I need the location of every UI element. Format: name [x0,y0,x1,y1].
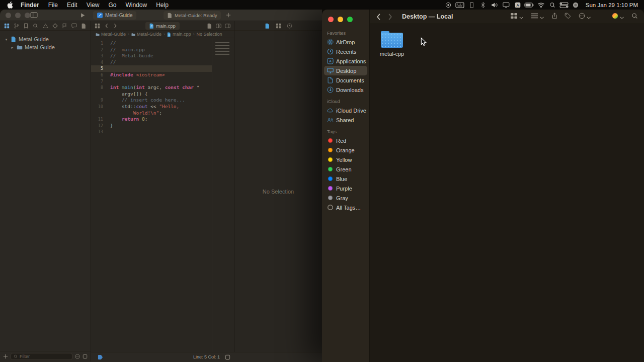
menu-finder[interactable]: Finder [16,2,44,9]
xcode-project-tab[interactable]: Metal-Guide [93,11,136,20]
line-number[interactable]: 8 [91,84,106,91]
navigator-tab-diamond-icon[interactable] [52,23,58,29]
line-number[interactable]: 3 [91,53,106,59]
line-number[interactable]: 4 [91,59,106,66]
zoom-button[interactable] [347,17,353,22]
add-file-button[interactable] [3,354,8,359]
line-number[interactable] [91,110,106,117]
sidebar-item-yellow[interactable]: Yellow [324,155,367,164]
file-item-metal-cpp[interactable]: metal-cpp [374,31,410,57]
xcode-window-controls[interactable] [6,13,30,18]
editor-tab-main-cpp[interactable]: C main.cpp [145,22,180,30]
navigator-tab-warning-icon[interactable] [43,23,48,29]
input-source-icon[interactable]: A [512,1,524,9]
more-circle-button[interactable] [579,12,591,21]
sidebar-item-blue[interactable]: Blue [324,174,367,184]
close-button[interactable] [328,17,334,22]
sidebar-item-gray[interactable]: Gray [324,193,367,203]
doc-icon[interactable] [265,23,270,29]
sidebar-item-airdrop[interactable]: AirDrop [324,37,367,47]
tag-button[interactable] [565,12,571,21]
menu-file[interactable]: File [44,2,62,9]
sidebar-item-documents[interactable]: Documents [324,75,367,85]
sidebar-item-orange[interactable]: Orange [324,145,367,155]
editor-grid-icon[interactable] [95,23,100,29]
disclosure-icon[interactable]: ▸ [10,45,15,50]
navigator-tab-bubble-icon[interactable] [71,23,77,29]
line-number[interactable]: 1 [91,40,106,47]
forward-icon[interactable] [113,23,118,29]
sidebar-item-purple[interactable]: Purple [324,184,367,193]
menu-edit[interactable]: Edit [62,2,82,9]
sidebar-item-shared[interactable]: Shared [324,115,367,125]
list-view-button[interactable] [531,12,544,21]
breakpoints-icon[interactable] [98,354,103,360]
iphone-icon[interactable] [466,1,477,9]
menu-window[interactable]: Window [121,2,152,9]
navigator-tab-flag-icon[interactable] [62,23,67,29]
menu-go[interactable]: Go [104,2,121,9]
finder-window-controls[interactable] [322,15,369,26]
menu-bar-clock[interactable]: Sun Jan 29 1:10 PM [586,2,638,8]
sidebar-item-desktop[interactable]: Desktop [324,66,367,75]
close-button[interactable] [6,13,11,18]
display-icon[interactable] [501,1,512,9]
breadcrumb-metal-guide[interactable]: Metal-Guide [131,32,162,37]
jump-bar[interactable]: Metal-Guide›Metal-Guide›Cmain.cpp›No Sel… [91,31,234,38]
menu-help[interactable]: Help [151,2,173,9]
search-icon[interactable] [547,1,558,9]
extensions-button[interactable] [612,12,624,21]
bluetooth-icon[interactable] [477,1,489,9]
navigator-tab-doc-icon[interactable] [81,23,87,29]
grid-icon[interactable] [276,23,281,29]
back-icon[interactable] [104,23,109,29]
battery-icon[interactable] [524,1,535,9]
apple-menu-icon[interactable] [7,2,13,9]
line-number[interactable]: 12 [91,123,106,129]
new-tab-button[interactable] [226,13,231,18]
navigator-tab-branch-icon[interactable] [14,23,19,29]
line-number[interactable] [91,91,106,98]
filter-recent-icon[interactable] [75,354,80,359]
forward-button[interactable] [388,13,393,21]
minimap[interactable] [212,38,234,352]
recents-icon[interactable] [287,23,292,29]
line-number[interactable]: 2 [91,47,106,53]
menu-view[interactable]: View [82,2,104,9]
search-button[interactable] [631,12,638,21]
navigator-toggle-icon[interactable] [30,12,38,18]
line-number[interactable]: 10 [91,104,106,110]
sidebar-item-applications[interactable]: AApplications [324,56,367,66]
sidebar-item-green[interactable]: Green [324,164,367,174]
back-button[interactable] [376,13,381,21]
line-number[interactable]: 13 [91,129,106,135]
control-center-icon[interactable] [558,1,570,9]
keyboard-icon[interactable] [454,1,466,9]
finder-content-area[interactable]: metal-cpp [370,24,644,362]
sidebar-item-icloud-drive[interactable]: iCloud Drive [324,106,367,115]
navigator-tab-search-icon[interactable] [33,23,38,29]
sidebar-item-red[interactable]: Red [324,136,367,145]
zoom-button[interactable] [25,13,30,18]
breadcrumb-main-cpp[interactable]: Cmain.cpp [167,32,191,37]
siri-icon[interactable] [570,1,582,9]
disclosure-icon[interactable]: ▾ [4,37,9,42]
minimize-button[interactable] [338,17,343,22]
record-icon[interactable] [443,1,454,9]
share-button[interactable] [552,12,557,21]
sidebar-item-downloads[interactable]: Downloads [324,85,367,95]
breadcrumb-no-selection[interactable]: No Selection [197,32,222,37]
tree-row-metal-guide[interactable]: ▾Metal-Guide [0,35,91,43]
line-number[interactable]: 6 [91,72,106,78]
line-number[interactable]: 11 [91,116,106,123]
split-editor-icon[interactable] [216,23,221,29]
navigator-filter-input[interactable]: Filter [11,353,72,360]
close-editor-icon[interactable] [225,23,230,29]
navigator-tab-grid-icon[interactable] [4,23,10,29]
minimize-button[interactable] [15,13,21,18]
breadcrumb-metal-guide[interactable]: Metal-Guide [96,32,126,37]
line-number[interactable]: 5 [91,65,106,72]
tree-row-metal-guide[interactable]: ▸Metal-Guide [0,43,91,51]
sidebar-item-all-tags-[interactable]: All Tags… [324,203,367,212]
navigator-tab-bookmark-icon[interactable] [23,23,29,29]
